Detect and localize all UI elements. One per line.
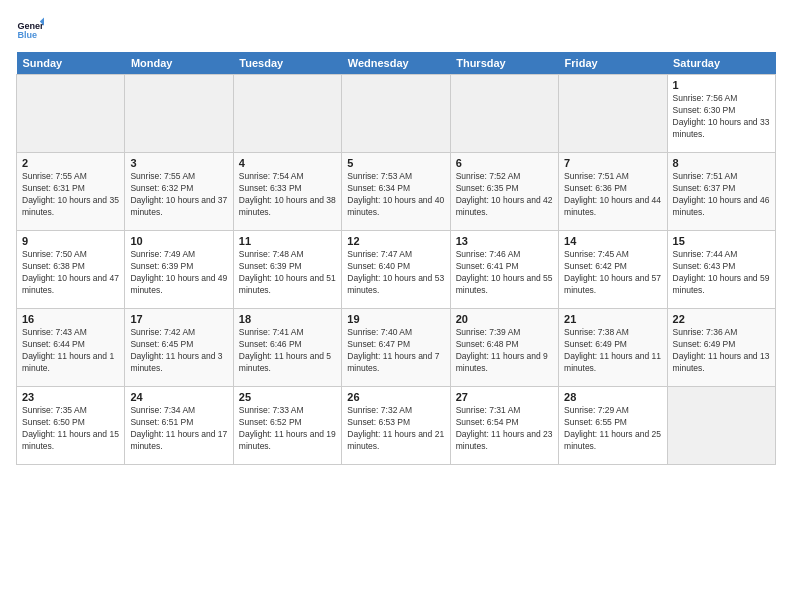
calendar-cell [17, 75, 125, 153]
day-info: Sunrise: 7:51 AM Sunset: 6:37 PM Dayligh… [673, 171, 770, 219]
calendar-cell: 6Sunrise: 7:52 AM Sunset: 6:35 PM Daylig… [450, 153, 558, 231]
weekday-header-saturday: Saturday [667, 52, 775, 75]
day-info: Sunrise: 7:50 AM Sunset: 6:38 PM Dayligh… [22, 249, 119, 297]
weekday-header-sunday: Sunday [17, 52, 125, 75]
day-info: Sunrise: 7:44 AM Sunset: 6:43 PM Dayligh… [673, 249, 770, 297]
calendar-cell [667, 387, 775, 465]
day-number: 20 [456, 313, 553, 325]
day-info: Sunrise: 7:42 AM Sunset: 6:45 PM Dayligh… [130, 327, 227, 375]
calendar-table: SundayMondayTuesdayWednesdayThursdayFrid… [16, 52, 776, 465]
day-info: Sunrise: 7:55 AM Sunset: 6:31 PM Dayligh… [22, 171, 119, 219]
calendar-cell: 26Sunrise: 7:32 AM Sunset: 6:53 PM Dayli… [342, 387, 450, 465]
calendar-cell: 20Sunrise: 7:39 AM Sunset: 6:48 PM Dayli… [450, 309, 558, 387]
day-number: 15 [673, 235, 770, 247]
day-number: 7 [564, 157, 661, 169]
page-header: General Blue [16, 16, 776, 44]
calendar-cell [233, 75, 341, 153]
day-number: 18 [239, 313, 336, 325]
day-number: 8 [673, 157, 770, 169]
calendar-cell: 9Sunrise: 7:50 AM Sunset: 6:38 PM Daylig… [17, 231, 125, 309]
day-number: 4 [239, 157, 336, 169]
day-number: 16 [22, 313, 119, 325]
day-number: 12 [347, 235, 444, 247]
calendar-cell: 4Sunrise: 7:54 AM Sunset: 6:33 PM Daylig… [233, 153, 341, 231]
calendar-cell: 25Sunrise: 7:33 AM Sunset: 6:52 PM Dayli… [233, 387, 341, 465]
day-number: 26 [347, 391, 444, 403]
day-info: Sunrise: 7:33 AM Sunset: 6:52 PM Dayligh… [239, 405, 336, 453]
day-info: Sunrise: 7:35 AM Sunset: 6:50 PM Dayligh… [22, 405, 119, 453]
calendar-week-4: 16Sunrise: 7:43 AM Sunset: 6:44 PM Dayli… [17, 309, 776, 387]
day-info: Sunrise: 7:41 AM Sunset: 6:46 PM Dayligh… [239, 327, 336, 375]
calendar-cell: 27Sunrise: 7:31 AM Sunset: 6:54 PM Dayli… [450, 387, 558, 465]
day-info: Sunrise: 7:43 AM Sunset: 6:44 PM Dayligh… [22, 327, 119, 375]
weekday-header-tuesday: Tuesday [233, 52, 341, 75]
day-info: Sunrise: 7:46 AM Sunset: 6:41 PM Dayligh… [456, 249, 553, 297]
calendar-cell: 19Sunrise: 7:40 AM Sunset: 6:47 PM Dayli… [342, 309, 450, 387]
calendar-cell: 11Sunrise: 7:48 AM Sunset: 6:39 PM Dayli… [233, 231, 341, 309]
day-info: Sunrise: 7:40 AM Sunset: 6:47 PM Dayligh… [347, 327, 444, 375]
calendar-cell: 7Sunrise: 7:51 AM Sunset: 6:36 PM Daylig… [559, 153, 667, 231]
calendar-cell: 18Sunrise: 7:41 AM Sunset: 6:46 PM Dayli… [233, 309, 341, 387]
day-number: 13 [456, 235, 553, 247]
calendar-cell: 3Sunrise: 7:55 AM Sunset: 6:32 PM Daylig… [125, 153, 233, 231]
day-info: Sunrise: 7:38 AM Sunset: 6:49 PM Dayligh… [564, 327, 661, 375]
page-container: General Blue SundayMondayTuesdayWednesda… [0, 0, 792, 612]
day-number: 27 [456, 391, 553, 403]
day-number: 17 [130, 313, 227, 325]
day-number: 14 [564, 235, 661, 247]
day-info: Sunrise: 7:56 AM Sunset: 6:30 PM Dayligh… [673, 93, 770, 141]
weekday-header-wednesday: Wednesday [342, 52, 450, 75]
day-info: Sunrise: 7:45 AM Sunset: 6:42 PM Dayligh… [564, 249, 661, 297]
calendar-cell: 14Sunrise: 7:45 AM Sunset: 6:42 PM Dayli… [559, 231, 667, 309]
weekday-header-thursday: Thursday [450, 52, 558, 75]
weekday-header-row: SundayMondayTuesdayWednesdayThursdayFrid… [17, 52, 776, 75]
day-number: 24 [130, 391, 227, 403]
svg-text:Blue: Blue [17, 30, 37, 40]
calendar-cell: 23Sunrise: 7:35 AM Sunset: 6:50 PM Dayli… [17, 387, 125, 465]
day-number: 22 [673, 313, 770, 325]
weekday-header-monday: Monday [125, 52, 233, 75]
day-number: 25 [239, 391, 336, 403]
logo-icon: General Blue [16, 16, 44, 44]
calendar-cell: 12Sunrise: 7:47 AM Sunset: 6:40 PM Dayli… [342, 231, 450, 309]
calendar-cell [559, 75, 667, 153]
calendar-cell: 2Sunrise: 7:55 AM Sunset: 6:31 PM Daylig… [17, 153, 125, 231]
calendar-cell: 28Sunrise: 7:29 AM Sunset: 6:55 PM Dayli… [559, 387, 667, 465]
calendar-cell: 17Sunrise: 7:42 AM Sunset: 6:45 PM Dayli… [125, 309, 233, 387]
calendar-week-1: 1Sunrise: 7:56 AM Sunset: 6:30 PM Daylig… [17, 75, 776, 153]
day-number: 28 [564, 391, 661, 403]
day-info: Sunrise: 7:51 AM Sunset: 6:36 PM Dayligh… [564, 171, 661, 219]
calendar-cell: 16Sunrise: 7:43 AM Sunset: 6:44 PM Dayli… [17, 309, 125, 387]
calendar-cell: 22Sunrise: 7:36 AM Sunset: 6:49 PM Dayli… [667, 309, 775, 387]
day-info: Sunrise: 7:32 AM Sunset: 6:53 PM Dayligh… [347, 405, 444, 453]
calendar-week-5: 23Sunrise: 7:35 AM Sunset: 6:50 PM Dayli… [17, 387, 776, 465]
day-info: Sunrise: 7:29 AM Sunset: 6:55 PM Dayligh… [564, 405, 661, 453]
day-number: 23 [22, 391, 119, 403]
day-info: Sunrise: 7:55 AM Sunset: 6:32 PM Dayligh… [130, 171, 227, 219]
calendar-cell: 13Sunrise: 7:46 AM Sunset: 6:41 PM Dayli… [450, 231, 558, 309]
day-number: 11 [239, 235, 336, 247]
day-info: Sunrise: 7:34 AM Sunset: 6:51 PM Dayligh… [130, 405, 227, 453]
calendar-cell: 5Sunrise: 7:53 AM Sunset: 6:34 PM Daylig… [342, 153, 450, 231]
calendar-cell: 24Sunrise: 7:34 AM Sunset: 6:51 PM Dayli… [125, 387, 233, 465]
calendar-cell [342, 75, 450, 153]
day-number: 9 [22, 235, 119, 247]
day-number: 10 [130, 235, 227, 247]
calendar-cell [450, 75, 558, 153]
day-number: 5 [347, 157, 444, 169]
logo: General Blue [16, 16, 46, 44]
day-info: Sunrise: 7:36 AM Sunset: 6:49 PM Dayligh… [673, 327, 770, 375]
day-info: Sunrise: 7:48 AM Sunset: 6:39 PM Dayligh… [239, 249, 336, 297]
calendar-cell [125, 75, 233, 153]
day-info: Sunrise: 7:47 AM Sunset: 6:40 PM Dayligh… [347, 249, 444, 297]
day-info: Sunrise: 7:52 AM Sunset: 6:35 PM Dayligh… [456, 171, 553, 219]
day-number: 1 [673, 79, 770, 91]
calendar-cell: 15Sunrise: 7:44 AM Sunset: 6:43 PM Dayli… [667, 231, 775, 309]
day-number: 21 [564, 313, 661, 325]
day-number: 3 [130, 157, 227, 169]
day-info: Sunrise: 7:54 AM Sunset: 6:33 PM Dayligh… [239, 171, 336, 219]
day-info: Sunrise: 7:31 AM Sunset: 6:54 PM Dayligh… [456, 405, 553, 453]
day-number: 2 [22, 157, 119, 169]
weekday-header-friday: Friday [559, 52, 667, 75]
calendar-cell: 21Sunrise: 7:38 AM Sunset: 6:49 PM Dayli… [559, 309, 667, 387]
